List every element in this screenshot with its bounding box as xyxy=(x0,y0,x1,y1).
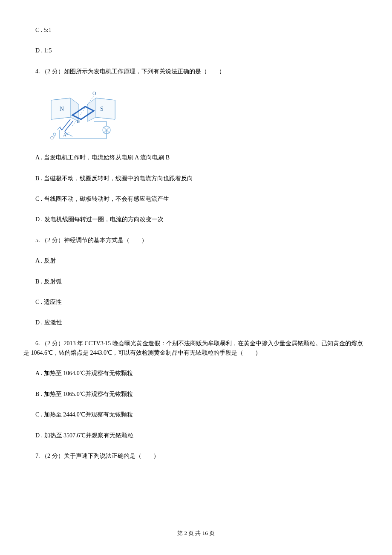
page-container: C . 5:1 D . 1:5 4. （2 分）如图所示为发电机工作原理，下列有… xyxy=(0,0,392,555)
figure-label-o-top: O xyxy=(92,90,96,96)
figure-label-a: A xyxy=(63,132,66,137)
q5-option-c: C . 适应性 xyxy=(23,298,369,307)
svg-line-5 xyxy=(57,128,59,130)
svg-line-3 xyxy=(60,127,62,130)
q4-stem: 4. （2 分）如图所示为发电机工作原理，下列有关说法正确的是（ ） xyxy=(23,67,369,76)
q5-option-b: B . 反射弧 xyxy=(23,277,369,286)
q6-option-c: C . 加热至 2444.0℃并观察有无铱颗粒 xyxy=(23,410,369,419)
q5-stem: 5. （2 分）神经调节的基本方式是（ ） xyxy=(23,236,369,245)
q3-option-c: C . 5:1 xyxy=(23,26,369,35)
q4-option-b: B . 当磁极不动，线圈反转时，线圈中的电流方向也跟着反向 xyxy=(23,174,369,183)
q6-option-b: B . 加热至 1065.0℃并观察有无铱颗粒 xyxy=(23,390,369,399)
page-footer: 第 2 页 共 16 页 xyxy=(0,529,392,538)
figure-label-n: N xyxy=(60,106,64,112)
q7-stem: 7. （2 分）关于声速下列说法正确的是（ ） xyxy=(23,451,369,461)
q4-option-d: D . 发电机线圈每转过一圈，电流的方向改变一次 xyxy=(23,215,369,224)
svg-line-8 xyxy=(68,131,69,133)
q3-option-d: D . 1:5 xyxy=(23,46,369,55)
q5-option-d: D . 应激性 xyxy=(23,318,369,327)
figure-label-b: B xyxy=(77,119,80,124)
figure-label-s: S xyxy=(100,106,104,112)
svg-line-1 xyxy=(62,119,70,130)
q4-option-a: A . 当发电机工作时，电流始终从电刷 A 流向电刷 B xyxy=(23,153,369,162)
q4-option-c: C . 当线圈不动，磁极转动时，不会有感应电流产生 xyxy=(23,194,369,204)
svg-line-2 xyxy=(65,121,73,131)
q4-figure: N S O B A xyxy=(47,87,119,143)
q5-option-a: A . 反射 xyxy=(23,256,369,266)
figure-label-o-bottom: O' xyxy=(50,135,55,140)
q6-option-a: A . 加热至 1064.0℃并观察有无铱颗粒 xyxy=(23,369,369,378)
q6-stem: 6. （2 分）2013 年 CCTV3·15 晚会曝光黄金造假：个别不法商贩为… xyxy=(23,339,369,358)
q6-option-d: D . 加热至 3507.6℃并观察有无铱颗粒 xyxy=(23,431,369,440)
